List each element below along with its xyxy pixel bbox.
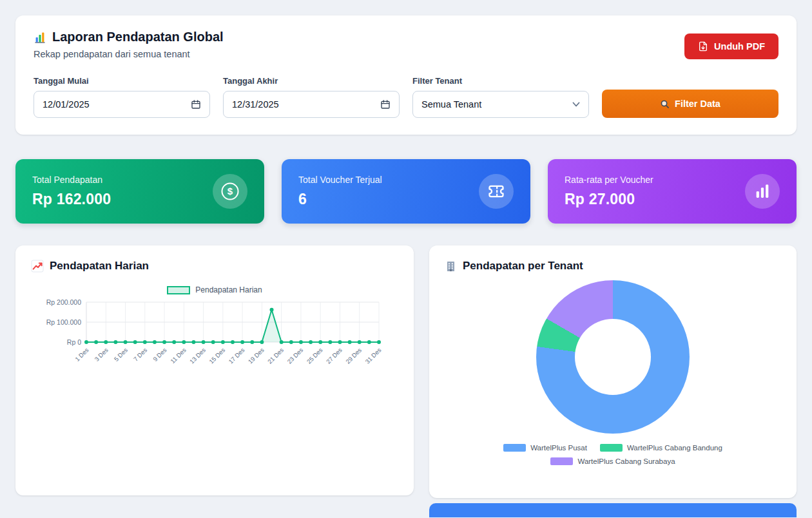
legend-label: WartelPlus Pusat: [530, 444, 587, 452]
bar-chart-icon: [745, 174, 780, 209]
svg-text:11 Des: 11 Des: [169, 346, 188, 365]
svg-text:19 Des: 19 Des: [247, 346, 266, 365]
svg-text:31 Des: 31 Des: [363, 346, 382, 365]
right-column: Pendapatan per Tenant WartelPlus PusatWa…: [429, 245, 797, 517]
tenant-filter-label: Filter Tenant: [412, 76, 589, 86]
svg-text:23 Des: 23 Des: [285, 346, 304, 365]
stat-value: 6: [298, 191, 382, 208]
donut-legend-item[interactable]: WartelPlus Cabang Surabaya: [550, 457, 675, 465]
page-title-text: Laporan Pendapatan Global: [52, 30, 224, 44]
svg-text:17 Des: 17 Des: [227, 346, 246, 365]
stat-label: Total Voucher Terjual: [298, 175, 382, 185]
page-subtitle: Rekap pendapatan dari semua tenant: [34, 49, 224, 59]
end-date-value: 12/31/2025: [232, 99, 279, 110]
svg-text:9 Des: 9 Des: [151, 346, 168, 363]
tenant-revenue-card: Pendapatan per Tenant WartelPlus PusatWa…: [429, 245, 797, 498]
legend-swatch: [503, 444, 526, 452]
average-per-voucher-card: Rata-rata per Voucher Rp 27.000: [548, 159, 797, 224]
end-date-label: Tanggal Akhir: [223, 76, 400, 86]
svg-text:13 Des: 13 Des: [188, 346, 207, 365]
svg-text:15 Des: 15 Des: [208, 346, 226, 365]
legend-swatch: [550, 457, 573, 465]
revenue-report-page: Laporan Pendapatan Global Rekap pendapat…: [0, 0, 812, 518]
building-icon: [445, 260, 457, 273]
svg-text:$: $: [227, 186, 233, 197]
legend-label: WartelPlus Cabang Bandung: [627, 444, 722, 452]
stat-value: Rp 162.000: [32, 191, 111, 208]
line-chart-legend[interactable]: Pendapatan Harian: [31, 285, 398, 294]
stat-label: Total Pendapatan: [32, 175, 111, 185]
svg-text:1 Des: 1 Des: [73, 346, 90, 363]
report-header-card: Laporan Pendapatan Global Rekap pendapat…: [15, 15, 797, 135]
donut-legend: WartelPlus PusatWartelPlus Cabang Bandun…: [445, 444, 780, 465]
legend-swatch: [600, 444, 623, 452]
tenant-donut-chart[interactable]: [536, 280, 690, 434]
start-date-input[interactable]: 12/01/2025: [34, 91, 210, 118]
download-pdf-label: Unduh PDF: [714, 41, 765, 52]
total-revenue-card: Total Pendapatan Rp 162.000 $: [15, 159, 264, 224]
ticket-icon: [479, 174, 514, 209]
legend-swatch: [167, 286, 190, 294]
filter-row: Tanggal Mulai 12/01/2025 Tanggal Akhir 1…: [34, 76, 778, 118]
tenant-chart-title-text: Pendapatan per Tenant: [463, 260, 583, 273]
end-date-field: Tanggal Akhir 12/31/2025: [223, 76, 400, 118]
stat-label: Rata-rata per Voucher: [565, 175, 653, 185]
start-date-field: Tanggal Mulai 12/01/2025: [34, 76, 210, 118]
svg-text:Rp 0: Rp 0: [67, 338, 81, 346]
svg-text:7 Des: 7 Des: [132, 346, 149, 363]
svg-text:29 Des: 29 Des: [344, 346, 363, 365]
tenant-filter-select[interactable]: Semua Tenant: [412, 91, 589, 118]
chevron-down-icon: [572, 102, 580, 107]
daily-revenue-card: Pendapatan Harian Pendapatan Harian 1 De…: [15, 245, 414, 495]
daily-revenue-line-chart[interactable]: 1 Des3 Des5 Des7 Des9 Des11 Des13 Des15 …: [31, 296, 383, 377]
end-date-input[interactable]: 12/31/2025: [223, 91, 400, 118]
start-date-value: 12/01/2025: [43, 99, 90, 110]
svg-text:Rp 100.000: Rp 100.000: [46, 318, 81, 326]
svg-text:27 Des: 27 Des: [325, 346, 343, 365]
stats-row: Total Pendapatan Rp 162.000 $ Total Vouc…: [15, 159, 797, 224]
next-section-header-partial: [429, 503, 797, 517]
calendar-icon[interactable]: [380, 99, 391, 110]
svg-text:5 Des: 5 Des: [113, 346, 130, 363]
line-chart-icon: [31, 260, 44, 273]
donut-legend-item[interactable]: WartelPlus Cabang Bandung: [600, 444, 722, 452]
legend-label: WartelPlus Cabang Surabaya: [577, 457, 675, 465]
filter-data-button[interactable]: Filter Data: [602, 90, 778, 118]
page-title: Laporan Pendapatan Global: [34, 30, 224, 44]
donut-wrap: [445, 280, 781, 434]
charts-row: Pendapatan Harian Pendapatan Harian 1 De…: [15, 245, 797, 517]
title-block: Laporan Pendapatan Global Rekap pendapat…: [34, 30, 224, 59]
svg-text:25 Des: 25 Des: [305, 346, 324, 365]
filter-data-label: Filter Data: [675, 99, 720, 109]
stat-value: Rp 27.000: [565, 191, 653, 208]
download-pdf-button[interactable]: Unduh PDF: [684, 34, 778, 59]
svg-text:3 Des: 3 Des: [93, 346, 110, 363]
legend-label: Pendapatan Harian: [195, 285, 262, 294]
file-download-icon: [698, 41, 708, 52]
tenant-filter-value: Semua Tenant: [421, 99, 481, 110]
donut-legend-item[interactable]: WartelPlus Pusat: [503, 444, 587, 452]
calendar-icon[interactable]: [191, 99, 201, 110]
dollar-circle-icon: $: [213, 174, 247, 209]
daily-chart-title: Pendapatan Harian: [31, 260, 398, 273]
tenant-filter-field: Filter Tenant Semua Tenant: [412, 76, 589, 118]
bar-chart-icon: [34, 31, 46, 44]
svg-text:Rp 200.000: Rp 200.000: [46, 298, 81, 306]
start-date-label: Tanggal Mulai: [34, 76, 210, 86]
daily-chart-title-text: Pendapatan Harian: [50, 260, 149, 273]
svg-text:21 Des: 21 Des: [266, 346, 285, 365]
total-vouchers-card: Total Voucher Terjual 6: [282, 159, 530, 224]
search-icon: [660, 99, 670, 109]
tenant-chart-title: Pendapatan per Tenant: [445, 260, 781, 273]
